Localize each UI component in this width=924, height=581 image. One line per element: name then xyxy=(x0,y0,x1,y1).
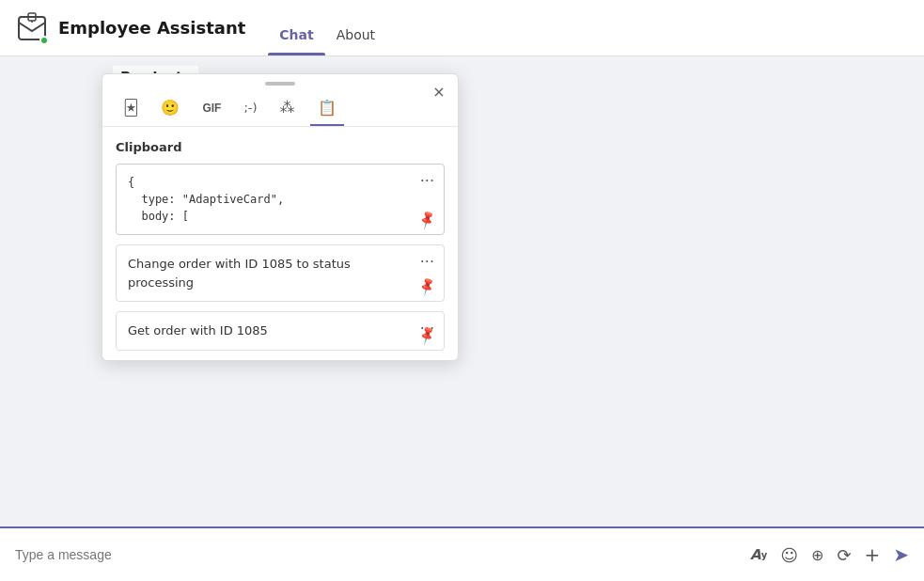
popup-tab-gif[interactable]: GIF xyxy=(195,96,228,124)
tab-about[interactable]: About xyxy=(325,0,386,55)
item-menu-button-2[interactable]: ··· xyxy=(420,253,434,271)
popup-tab-emoji[interactable]: 🙂 xyxy=(153,93,187,126)
popup-tab-symbols[interactable]: ⁂ xyxy=(273,93,303,126)
drag-bar xyxy=(265,82,295,86)
format-icon[interactable]: Ay xyxy=(750,546,767,563)
clipboard-item-text-3: Get order with ID 1085 xyxy=(128,322,432,340)
emoji-icon: 🙂 xyxy=(161,99,180,117)
clipboard-section: Clipboard ··· { type: "AdaptiveCard", bo… xyxy=(102,127,458,351)
clipboard-icon: 📋 xyxy=(318,99,337,117)
popup-tab-emoticon[interactable]: ;-) xyxy=(236,95,264,124)
app-logo xyxy=(15,11,49,45)
clipboard-item-get-order: ··· Get order with ID 1085 📌 xyxy=(116,311,445,351)
header-tabs: Chat About xyxy=(268,0,386,55)
emoji-input-icon[interactable]: ☺ xyxy=(780,545,798,565)
clipboard-item-text-2: Change order with ID 1085 to status proc… xyxy=(128,255,432,291)
gif-icon: GIF xyxy=(202,102,221,115)
clipboard-heading: Clipboard xyxy=(116,140,445,154)
popup-tabs: 🃏 🙂 GIF ;-) ⁂ 📋 xyxy=(102,89,458,127)
online-indicator xyxy=(39,36,49,45)
clipboard-popup: × 🃏 🙂 GIF ;-) ⁂ 📋 xyxy=(102,73,459,361)
input-actions: Ay ☺ ⊕ ⟳ + ➤ xyxy=(750,543,909,566)
tab-chat[interactable]: Chat xyxy=(268,0,324,55)
clipboard-item-code: ··· { type: "AdaptiveCard", body: [ 📌 xyxy=(116,164,445,235)
app-header: Employee Assistant Chat About xyxy=(0,0,924,56)
message-input[interactable] xyxy=(15,547,739,562)
loop-input-icon[interactable]: ⟳ xyxy=(837,545,851,565)
popup-tab-clipboard[interactable]: 📋 xyxy=(310,93,344,126)
sticker-input-icon[interactable]: ⊕ xyxy=(811,546,823,564)
drag-handle[interactable] xyxy=(102,74,458,89)
popup-tab-sticker[interactable]: 🃏 xyxy=(116,93,146,126)
app-title: Employee Assistant xyxy=(58,18,245,38)
item-menu-button[interactable]: ··· xyxy=(420,172,434,190)
main-content-area: Products × 🃏 🙂 GIF ;-) ⁂ xyxy=(0,56,924,526)
add-button[interactable]: + xyxy=(864,543,880,566)
symbols-icon: ⁂ xyxy=(280,99,295,117)
emoticon-icon: ;-) xyxy=(243,101,257,115)
send-button[interactable]: ➤ xyxy=(893,543,909,566)
close-button[interactable]: × xyxy=(430,82,448,101)
sticker-icon: 🃏 xyxy=(123,99,138,117)
input-bar: Ay ☺ ⊕ ⟳ + ➤ xyxy=(0,526,924,581)
popup-scroll-area[interactable]: Clipboard ··· { type: "AdaptiveCard", bo… xyxy=(102,127,458,360)
clipboard-item-text: { type: "AdaptiveCard", body: [ xyxy=(128,174,432,225)
clipboard-item-order-change: ··· Change order with ID 1085 to status … xyxy=(116,244,445,302)
